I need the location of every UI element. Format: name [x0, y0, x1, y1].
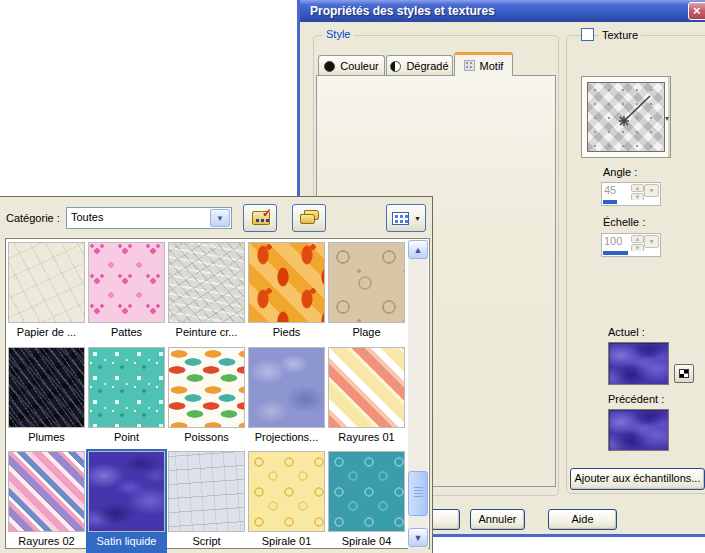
dialog-title: Propriétés des styles et textures	[310, 4, 495, 18]
checker-icon	[679, 369, 689, 378]
tab-motif[interactable]: Motif	[454, 52, 513, 76]
pattern-thumbnail[interactable]	[88, 451, 165, 532]
scroll-up-icon[interactable]: ▲	[408, 240, 428, 259]
pattern-thumbnail[interactable]	[8, 347, 85, 428]
category-combobox[interactable]: Toutes ▼	[66, 207, 232, 229]
view-grid-icon	[392, 212, 409, 225]
pattern-label: Point	[86, 430, 167, 445]
texture-scale-label: Échelle :	[603, 216, 645, 228]
pattern-thumbnail[interactable]	[328, 451, 405, 532]
pattern-cell[interactable]: Pieds	[248, 242, 325, 342]
pattern-label: Rayures 01	[326, 430, 407, 445]
cancel-button[interactable]: Annuler	[470, 509, 525, 530]
scroll-down-icon[interactable]: ▼	[408, 528, 428, 547]
dialog-titlebar[interactable]: Propriétés des styles et textures ×	[300, 0, 705, 22]
style-groupbox-label: Style	[322, 28, 354, 40]
pattern-label: Plumes	[6, 430, 87, 445]
gradient-icon	[390, 61, 401, 72]
pattern-cell[interactable]: Plage	[328, 242, 405, 342]
pattern-label: Script	[166, 534, 247, 549]
previous-swatch	[608, 409, 669, 451]
pattern-label: Spirale 04	[326, 534, 407, 549]
tab-couleur-label: Couleur	[340, 60, 379, 72]
pattern-label: Projections...	[246, 430, 327, 445]
pattern-cell[interactable]: Projections...	[248, 347, 325, 447]
scrollbar-thumb[interactable]	[408, 471, 428, 516]
pattern-thumbnail[interactable]	[248, 347, 325, 428]
pattern-cell[interactable]: Plumes	[8, 347, 85, 447]
current-label: Actuel :	[608, 326, 645, 338]
pattern-label: Rayures 02	[6, 534, 87, 549]
texture-checkbox[interactable]	[581, 28, 594, 41]
pattern-thumbnail[interactable]	[168, 451, 245, 532]
pattern-cell[interactable]: Spirale 01	[248, 451, 325, 551]
pattern-icon	[464, 60, 475, 71]
pattern-label: Satin liquide	[86, 534, 167, 549]
add-to-swatches-button[interactable]: Ajouter aux échantillons...	[570, 468, 705, 490]
screen: Propriétés des styles et textures × Styl…	[0, 0, 705, 553]
pattern-thumbnail[interactable]	[328, 347, 405, 428]
texture-preview[interactable]	[587, 82, 665, 152]
texture-angle-value: 45	[604, 184, 616, 196]
close-icon[interactable]: ×	[688, 2, 705, 20]
pattern-thumbnail[interactable]	[168, 242, 245, 323]
texture-dropdown-arrow-icon[interactable]: ▾	[665, 115, 669, 123]
pattern-cell[interactable]: Peinture cr...	[168, 242, 245, 342]
pattern-cell[interactable]: Pattes	[88, 242, 165, 342]
tab-degrade[interactable]: Dégradé	[386, 55, 453, 76]
category-value: Toutes	[71, 211, 103, 223]
pattern-thumbnail[interactable]	[328, 242, 405, 323]
pattern-cell[interactable]: Rayures 02	[8, 451, 85, 551]
previous-label: Précédent :	[608, 393, 664, 405]
texture-scale-spinner: 100 ▲▼ ▾	[601, 233, 661, 257]
view-dropdown-icon: ▼	[414, 215, 421, 222]
pattern-label: Peinture cr...	[166, 325, 247, 340]
current-swatch	[608, 342, 669, 385]
pattern-thumbnail[interactable]	[88, 242, 165, 323]
pattern-thumbnail[interactable]	[248, 242, 325, 323]
pattern-cell-selected[interactable]: Satin liquide	[88, 451, 165, 551]
pattern-label: Papier de ...	[6, 325, 87, 340]
combo-dropdown-icon[interactable]: ▼	[210, 209, 230, 227]
texture-label: Texture	[599, 29, 641, 41]
pattern-thumbnail[interactable]	[248, 451, 325, 532]
pattern-thumbnail[interactable]	[8, 451, 85, 532]
help-button[interactable]: Aide	[548, 509, 617, 530]
pattern-label: Spirale 01	[246, 534, 327, 549]
pattern-label: Pattes	[86, 325, 167, 340]
file-locations-button[interactable]	[292, 204, 326, 232]
tab-couleur[interactable]: Couleur	[318, 55, 385, 76]
pattern-thumbnail[interactable]	[168, 347, 245, 428]
edit-categories-button[interactable]: ✓	[243, 204, 277, 232]
edit-categories-icon: ✓	[252, 211, 270, 225]
tab-degrade-label: Dégradé	[406, 60, 448, 72]
color-icon	[324, 61, 335, 72]
pattern-grid: Papier de ... Pattes Peinture cr... Pied…	[5, 238, 430, 549]
pattern-thumbnail[interactable]	[88, 347, 165, 428]
view-options-button[interactable]: ▼	[386, 204, 426, 232]
pattern-label: Pieds	[246, 325, 327, 340]
pattern-cell[interactable]: Spirale 04	[328, 451, 405, 551]
category-label: Catégorie :	[6, 212, 60, 224]
pattern-thumbnail[interactable]	[8, 242, 85, 323]
pattern-cell[interactable]: Rayures 01	[328, 347, 405, 447]
pattern-cell[interactable]: Script	[168, 451, 245, 551]
texture-angle-spinner: 45 ▲▼ ▾	[601, 182, 661, 206]
pattern-label: Poissons	[166, 430, 247, 445]
texture-preview-frame[interactable]: ▾	[581, 76, 671, 158]
pattern-cell[interactable]: Papier de ...	[8, 242, 85, 342]
tab-motif-label: Motif	[480, 60, 504, 72]
pattern-label: Plage	[326, 325, 407, 340]
pattern-picker-panel: Catégorie : Toutes ▼ ✓ ▼ Papier de ...	[0, 196, 433, 553]
transparency-button[interactable]	[674, 364, 694, 383]
texture-angle-label: Angle :	[603, 166, 637, 178]
texture-scale-value: 100	[604, 235, 622, 247]
folder-icon	[300, 214, 315, 224]
pattern-cell[interactable]: Point	[88, 347, 165, 447]
pattern-cell[interactable]: Poissons	[168, 347, 245, 447]
